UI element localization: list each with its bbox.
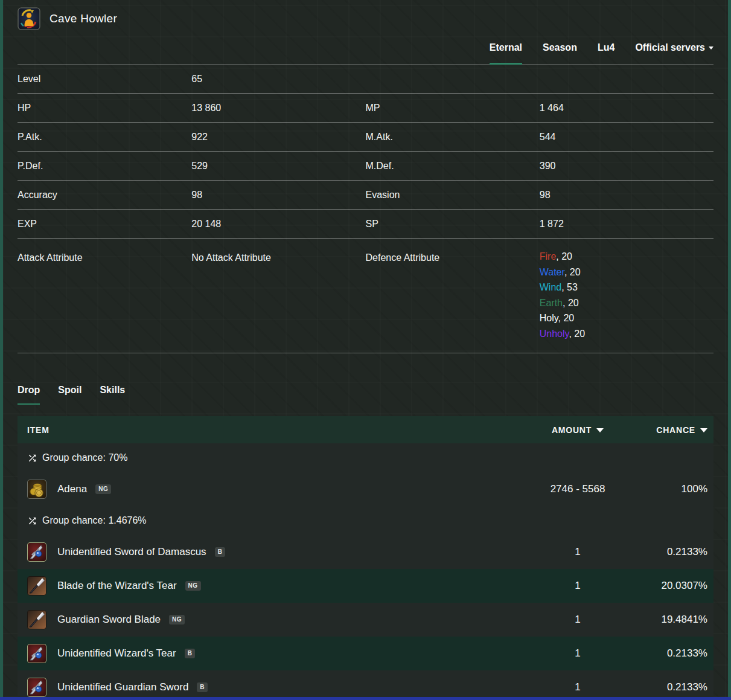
- unidentified-sword-icon: [27, 644, 46, 663]
- amount-cell: 1: [544, 546, 611, 558]
- stat-value: 13 860: [191, 102, 365, 114]
- element-name: Holy: [540, 313, 558, 323]
- drop-row-item[interactable]: Guardian Sword Blade NG 1 19.4841%: [18, 603, 713, 637]
- stat-row-pdef-mdef: P.Def. 529 M.Def. 390: [18, 152, 713, 181]
- stat-value: 390: [540, 160, 713, 172]
- monster-page: Cave Howler Eternal Season Lu4 Official …: [3, 0, 728, 697]
- stats-table: Level 65 HP 13 860 MP 1 464 P.Atk. 922 M…: [18, 65, 713, 353]
- stat-label: [366, 73, 540, 85]
- stat-label: EXP: [18, 218, 191, 230]
- tab-lu4[interactable]: Lu4: [598, 42, 614, 64]
- stat-value: 1 464: [540, 102, 713, 114]
- item-name-link[interactable]: Blade of the Wizard's Tear: [57, 580, 177, 592]
- column-header-chance[interactable]: CHANCE: [611, 425, 713, 435]
- stat-value: 529: [191, 160, 365, 172]
- unidentified-sword-icon: [27, 678, 46, 697]
- item-name-link[interactable]: Unidentified Guardian Sword: [57, 681, 188, 693]
- stat-label: HP: [18, 102, 191, 114]
- amount-cell: 1: [544, 614, 611, 626]
- caret-down-icon[interactable]: [700, 428, 707, 432]
- chance-cell: 19.4841%: [611, 614, 713, 626]
- group-chance-label: Group chance: 70%: [42, 452, 127, 463]
- item-name-link[interactable]: Adena: [57, 483, 87, 495]
- element-value: 20: [561, 251, 572, 262]
- item-name-link[interactable]: Guardian Sword Blade: [57, 614, 161, 626]
- amount-cell: 1: [544, 647, 611, 660]
- drop-table: ITEM AMOUNT CHANCE Group chance: 70%: [18, 416, 713, 697]
- attack-attribute-label: Attack Attribute: [18, 252, 191, 339]
- page-header: Cave Howler: [18, 0, 713, 30]
- defence-attr-unholy: Unholy, 20: [540, 328, 713, 340]
- bottom-bar: [0, 697, 731, 700]
- section-tabs: Drop Spoil Skills: [18, 385, 713, 405]
- tab-season[interactable]: Season: [543, 42, 577, 64]
- stat-label: M.Atk.: [366, 131, 540, 143]
- drop-row-item[interactable]: Unidentified Wizard's Tear B 1 0.2133%: [18, 637, 713, 670]
- tab-spoil[interactable]: Spoil: [58, 385, 81, 405]
- stat-value: 922: [191, 131, 365, 143]
- tab-official-servers[interactable]: Official servers: [635, 42, 713, 64]
- server-tabs: Eternal Season Lu4 Official servers: [18, 42, 713, 65]
- tab-drop[interactable]: Drop: [18, 385, 40, 405]
- stat-value: 98: [191, 189, 365, 201]
- element-name: Fire: [540, 251, 557, 262]
- grade-badge: B: [215, 547, 226, 557]
- group-chance-label: Group chance: 1.4676%: [42, 515, 147, 526]
- drop-row-adena[interactable]: Adena NG 2746 - 5568 100%: [18, 472, 713, 506]
- defence-attribute-list: Fire, 20 Water, 20 Wind, 53 Earth, 20 Ho…: [540, 251, 713, 339]
- element-name: Unholy: [540, 329, 569, 339]
- element-value: 20: [563, 313, 574, 323]
- defence-attr-holy: Holy, 20: [540, 312, 713, 324]
- chance-cell: 0.2133%: [611, 647, 713, 660]
- stat-value: [540, 73, 713, 85]
- unidentified-sword-icon: [27, 542, 46, 562]
- defence-attr-fire: Fire, 20: [540, 251, 713, 263]
- stat-row-exp-sp: EXP 20 148 SP 1 872: [18, 210, 713, 239]
- stat-value: 1 872: [540, 218, 713, 230]
- shuffle-icon: [27, 516, 37, 526]
- defence-attr-wind: Wind, 53: [540, 281, 713, 294]
- column-header-amount[interactable]: AMOUNT: [544, 425, 611, 435]
- tab-eternal[interactable]: Eternal: [490, 42, 522, 64]
- stat-row-accuracy-evasion: Accuracy 98 Evasion 98: [18, 181, 713, 210]
- chance-cell: 0.2133%: [611, 681, 713, 693]
- stat-label: M.Def.: [366, 160, 540, 172]
- defence-attr-earth: Earth, 20: [540, 297, 713, 309]
- chance-cell: 0.2133%: [611, 546, 713, 558]
- stat-row-attributes: Attack Attribute No Attack Attribute Def…: [18, 239, 713, 353]
- item-name-link[interactable]: Unidentified Sword of Damascus: [57, 546, 206, 558]
- grade-badge: NG: [95, 484, 111, 494]
- defence-attribute-label: Defence Attribute: [366, 252, 540, 339]
- element-value: 20: [570, 267, 581, 277]
- drop-row-item[interactable]: Unidentified Guardian Sword B 1 0.2133%: [18, 670, 713, 697]
- element-value: 20: [574, 329, 585, 339]
- amount-cell: 1: [544, 580, 611, 592]
- grade-badge: NG: [169, 615, 185, 625]
- stat-value: 65: [191, 73, 365, 85]
- grade-badge: NG: [185, 581, 201, 591]
- stat-row-hp-mp: HP 13 860 MP 1 464: [18, 94, 713, 123]
- amount-cell: 2746 - 5568: [544, 483, 611, 495]
- amount-cell: 1: [544, 681, 611, 693]
- adena-coins-icon: [27, 480, 46, 499]
- column-header-item: ITEM: [18, 425, 544, 435]
- group-chance-row: Group chance: 1.4676%: [18, 506, 713, 535]
- stat-value: 544: [540, 131, 713, 143]
- grade-badge: B: [185, 649, 196, 658]
- element-value: 20: [568, 298, 579, 308]
- drop-row-item[interactable]: Unidentified Sword of Damascus B 1 0.213…: [18, 535, 713, 569]
- caret-down-icon[interactable]: [596, 428, 604, 432]
- stat-row-patk-matk: P.Atk. 922 M.Atk. 544: [18, 123, 713, 152]
- stat-row-level: Level 65: [18, 65, 713, 94]
- stat-label: Level: [18, 73, 191, 85]
- sword-blade-icon: [27, 610, 46, 629]
- stat-value: 20 148: [191, 218, 365, 230]
- element-name: Wind: [540, 282, 561, 292]
- item-name-link[interactable]: Unidentified Wizard's Tear: [57, 647, 176, 660]
- drop-row-item[interactable]: Blade of the Wizard's Tear NG 1 20.0307%: [18, 569, 713, 603]
- drop-table-header: ITEM AMOUNT CHANCE: [18, 416, 713, 443]
- tab-official-servers-label: Official servers: [635, 42, 705, 53]
- page-title: Cave Howler: [49, 12, 117, 25]
- caret-down-icon: [709, 47, 713, 50]
- tab-skills[interactable]: Skills: [100, 385, 125, 405]
